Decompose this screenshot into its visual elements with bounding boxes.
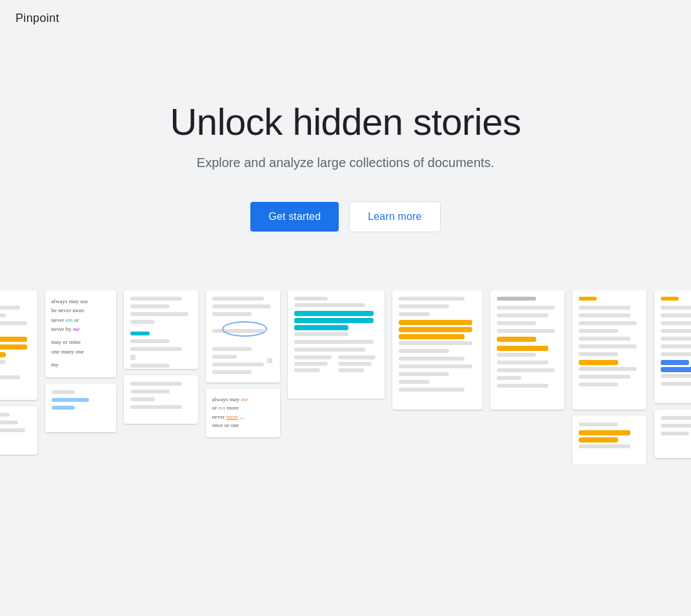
doc-card-handwriting-3: always may me or ess more never more ...… bbox=[206, 389, 280, 437]
doc-card-handwriting-1: always may use be never more never am or… bbox=[45, 290, 116, 377]
doc-card-plain-1 bbox=[0, 406, 37, 455]
header: Pinpoint bbox=[0, 0, 691, 37]
doc-col-6 bbox=[392, 290, 483, 410]
doc-card-plain-2 bbox=[124, 375, 198, 424]
hero-title: Unlock hidden stories bbox=[170, 101, 521, 143]
doc-card-orange2 bbox=[572, 290, 646, 410]
doc-card-handwriting-2 bbox=[45, 384, 116, 432]
hero-subtitle: Explore and analyze large collections of… bbox=[197, 155, 494, 170]
doc-card-annotated bbox=[206, 290, 280, 383]
doc-card-blue bbox=[654, 290, 692, 403]
doc-col-7 bbox=[490, 290, 565, 410]
doc-card-teal2 bbox=[288, 290, 385, 399]
doc-card-scroll bbox=[654, 410, 692, 458]
doc-col-4: always may me or ess more never more ...… bbox=[206, 290, 280, 437]
doc-col-9 bbox=[654, 290, 692, 458]
doc-col-1 bbox=[0, 290, 37, 455]
hero-section: Unlock hidden stories Explore and analyz… bbox=[0, 37, 691, 284]
doc-card-orange bbox=[0, 290, 37, 400]
get-started-button[interactable]: Get started bbox=[250, 202, 339, 232]
doc-card-grey-header bbox=[490, 290, 565, 410]
doc-col-3 bbox=[124, 290, 198, 424]
doc-card-yellow bbox=[392, 290, 483, 410]
doc-col-5 bbox=[288, 290, 385, 399]
doc-card-orange3 bbox=[572, 416, 646, 464]
document-illustrations: always may use be never more never am or… bbox=[0, 284, 691, 464]
doc-col-2: always may use be never more never am or… bbox=[45, 290, 116, 432]
logo: Pinpoint bbox=[15, 12, 59, 25]
cta-buttons: Get started Learn more bbox=[250, 201, 440, 232]
doc-card-teal bbox=[124, 290, 198, 369]
doc-col-8 bbox=[572, 290, 646, 464]
learn-more-button[interactable]: Learn more bbox=[349, 201, 440, 232]
doc-grid: always may use be never more never am or… bbox=[0, 290, 691, 464]
